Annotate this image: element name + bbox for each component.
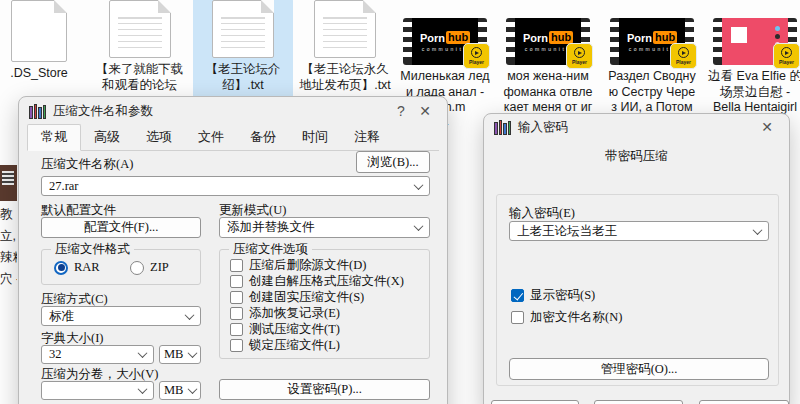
checkbox-add-recovery-record[interactable]: 添加恢复记录(E) xyxy=(230,305,340,322)
pornhub-community-text: community xyxy=(629,46,676,52)
file-name: 立, xyxy=(0,228,17,245)
file-name: 辣粗 xyxy=(0,249,17,266)
checkbox-test-archive[interactable]: 测试压缩文件(T) xyxy=(230,321,340,338)
checkbox[interactable] xyxy=(230,275,243,288)
chevron-down-icon[interactable] xyxy=(138,348,148,358)
winrar-icon xyxy=(29,104,46,119)
partial-thumbnail-icon xyxy=(0,165,17,201)
file-name: 绍】.txt xyxy=(193,78,293,94)
partial-file-left-edge[interactable]: 教 立, 辣粗 穴 - xyxy=(0,165,17,287)
checkbox[interactable] xyxy=(230,339,243,352)
chevron-down-icon[interactable] xyxy=(414,221,424,231)
tab-comment[interactable]: 注释 xyxy=(341,125,393,150)
dictionary-unit-combobox[interactable]: MB xyxy=(159,345,201,364)
profiles-button[interactable]: 配置文件(F)... xyxy=(41,217,201,238)
text-file-icon xyxy=(314,0,376,58)
dictionary-size-combobox[interactable]: 32 xyxy=(41,345,154,364)
checkbox[interactable] xyxy=(230,291,243,304)
player-badge-icon: Player xyxy=(463,43,490,69)
tab-files[interactable]: 文件 xyxy=(185,125,237,150)
enter-password-label: 输入密码(E) xyxy=(509,205,575,222)
file-name: Раздел Сводну xyxy=(602,69,702,85)
tab-advanced[interactable]: 高级 xyxy=(81,125,133,150)
split-volumes-combobox[interactable] xyxy=(41,381,154,400)
text-file-icon xyxy=(212,0,274,58)
blank-file-icon xyxy=(11,0,67,62)
chevron-down-icon[interactable] xyxy=(753,225,763,235)
dialog-titlebar[interactable]: 压缩文件名和参数 ? ✕ xyxy=(19,97,447,125)
file-name: 【来了就能下载 xyxy=(92,62,187,78)
close-icon[interactable]: ✕ xyxy=(755,119,779,135)
cancel-button-partial[interactable] xyxy=(594,400,683,404)
password-input-combobox[interactable]: 上老王论坛当老王 xyxy=(509,221,769,241)
pornhub-community-text: community xyxy=(525,46,572,52)
checkbox[interactable] xyxy=(230,259,243,272)
checkbox[interactable] xyxy=(230,307,243,320)
checkbox-create-solid[interactable]: 创建固实压缩文件(S) xyxy=(230,289,364,306)
video-file-3[interactable]: Pornhub community Player Раздел Сводну ю… xyxy=(602,0,702,116)
chevron-down-icon[interactable] xyxy=(138,384,148,394)
radio-rar[interactable]: RAR xyxy=(54,260,100,275)
checkbox-show-password[interactable]: 显示密码(S) xyxy=(511,287,595,304)
browse-button[interactable]: 浏览(B)... xyxy=(356,151,430,173)
set-password-button[interactable]: 设置密码(P)... xyxy=(219,379,430,400)
pornhub-community-text: community xyxy=(422,46,469,52)
video-thumbnail-icon: Pornhub community Player xyxy=(403,18,487,65)
video-file-2[interactable]: Pornhub community Player моя жена-ним фо… xyxy=(498,0,598,116)
file-name: 地址发布页】.txt xyxy=(295,78,395,94)
checkbox-create-sfx[interactable]: 创建自解压格式压缩文件(X) xyxy=(230,273,404,290)
chevron-down-icon[interactable] xyxy=(188,348,198,358)
radio-zip[interactable]: ZIP xyxy=(130,260,169,275)
radio-button[interactable] xyxy=(130,261,144,275)
tab-backup[interactable]: 备份 xyxy=(237,125,289,150)
tab-options[interactable]: 选项 xyxy=(133,125,185,150)
split-volumes-unit-combobox[interactable]: MB xyxy=(159,381,201,400)
chevron-down-icon[interactable] xyxy=(185,310,195,320)
file-name: Миленькая лед xyxy=(395,69,495,85)
file-ds-store[interactable]: .DS_Store xyxy=(0,0,78,82)
help-button-partial[interactable] xyxy=(699,400,789,404)
video-thumbnail-icon: Player xyxy=(713,18,797,65)
update-mode-combobox[interactable]: 添加并替换文件 xyxy=(219,217,430,238)
file-name: 场景边自慰 - xyxy=(705,85,800,101)
dialog-header: 带密码压缩 xyxy=(484,148,789,165)
text-file-icon xyxy=(109,0,171,58)
chevron-down-icon[interactable] xyxy=(188,384,198,394)
file-name: моя жена-ним xyxy=(498,69,598,85)
dialog-titlebar[interactable]: 输入密码 ✕ xyxy=(484,114,789,140)
checkbox-lock-archive[interactable]: 锁定压缩文件(L) xyxy=(230,337,340,354)
radio-button[interactable] xyxy=(54,261,68,275)
compression-method-combobox[interactable]: 标准 xyxy=(41,306,201,326)
video-thumbnail-icon: Pornhub community Player xyxy=(506,18,590,65)
file-name: фоманка отвле xyxy=(498,85,598,101)
checkbox-encrypt-file-names[interactable]: 加密文件名称(N) xyxy=(511,309,622,326)
checkbox[interactable] xyxy=(230,323,243,336)
file-name: ю Сестру Чере xyxy=(602,85,702,101)
checkbox[interactable] xyxy=(511,311,524,324)
manage-passwords-button[interactable]: 管理密码(O)... xyxy=(509,358,769,380)
pornhub-logo: Porn xyxy=(523,32,548,44)
update-mode-value: 添加并替换文件 xyxy=(227,219,315,236)
close-icon[interactable]: ✕ xyxy=(413,103,437,119)
file-txt-2-selected[interactable]: 【老王论坛介 绍】.txt xyxy=(193,0,293,93)
file-txt-3[interactable]: 【老王论坛永久 地址发布页】.txt xyxy=(295,0,395,93)
file-txt-1[interactable]: 【来了就能下载 和观看的论坛 xyxy=(92,0,187,93)
dialog-title: 压缩文件名和参数 xyxy=(53,103,389,120)
winrar-icon xyxy=(494,120,511,135)
checkbox-delete-files-after[interactable]: 压缩后删除源文件(D) xyxy=(230,257,366,274)
video-file-4[interactable]: Player 边看 Eva Elfie 的 场景边自慰 - Bella Hent… xyxy=(705,0,800,116)
archive-name-combobox[interactable]: 27.rar xyxy=(41,176,430,196)
tab-general[interactable]: 常规 xyxy=(27,124,81,151)
pornhub-logo: Porn xyxy=(627,32,652,44)
archive-format-legend: 压缩文件格式 xyxy=(51,241,134,258)
enter-password-dialog: 输入密码 ✕ 带密码压缩 输入密码(E) 上老王论坛当老王 显示密码(S) 加密… xyxy=(483,113,790,404)
ok-button-partial[interactable] xyxy=(491,400,579,404)
archive-name-and-parameters-dialog: 压缩文件名和参数 ? ✕ 常规 高级 选项 文件 备份 时间 注释 压缩文件名称… xyxy=(18,96,448,404)
chevron-down-icon[interactable] xyxy=(414,180,424,190)
help-button[interactable]: ? xyxy=(389,103,413,119)
checkbox[interactable] xyxy=(511,289,524,302)
tab-time[interactable]: 时间 xyxy=(289,125,341,150)
dialog-tabs: 常规 高级 选项 文件 备份 时间 注释 xyxy=(27,127,439,151)
player-badge-icon: Player xyxy=(670,43,697,69)
file-name: 穴 - xyxy=(0,271,17,288)
